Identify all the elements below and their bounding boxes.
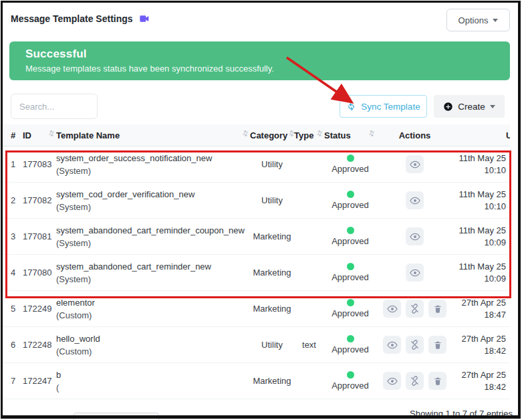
- col-header-status[interactable]: Status ⇅: [324, 130, 376, 140]
- sync-template-label: Sync Template: [361, 102, 420, 112]
- unlink-button[interactable]: [406, 336, 424, 354]
- banner-title: Successful: [25, 47, 494, 61]
- chevron-down-icon: [490, 105, 495, 108]
- row-actions: [376, 372, 453, 390]
- view-button[interactable]: [406, 264, 424, 282]
- category-cell: Marketing: [253, 231, 291, 241]
- delete-button[interactable]: [428, 336, 446, 354]
- status-badge: Approved: [324, 191, 376, 210]
- col-header-type[interactable]: Type ⇅: [294, 130, 324, 140]
- sort-icon[interactable]: ⇅: [47, 128, 56, 138]
- col-header-template-name[interactable]: Template Name ⇅: [56, 130, 250, 140]
- status-badge: Approved: [324, 371, 376, 391]
- updated-cell: 27th Apr 2518:47: [453, 297, 510, 321]
- delete-button[interactable]: [428, 300, 446, 318]
- col-header-category[interactable]: Category ⇅: [250, 130, 294, 140]
- view-button[interactable]: [406, 155, 424, 173]
- status-dot-icon: [347, 371, 354, 379]
- row-id: 177080: [23, 268, 56, 278]
- col-header-id[interactable]: ID ⇅: [23, 130, 56, 140]
- video-camera-icon: [139, 13, 150, 24]
- unlink-icon: [410, 304, 420, 314]
- row-actions: [376, 264, 453, 282]
- create-button[interactable]: Create: [434, 95, 505, 118]
- unlink-icon: [410, 376, 420, 386]
- eye-icon: [387, 376, 398, 387]
- status-badge: Approved: [324, 299, 376, 318]
- status-dot-icon: [347, 335, 354, 342]
- template-name-cell: system_abandoned_cart_reminder_new(Syste…: [56, 260, 250, 286]
- type-cell: text: [302, 340, 316, 350]
- updated-cell: 27th Apr 2518:42: [453, 369, 510, 393]
- status-badge: Approved: [324, 263, 376, 282]
- category-cell: Utility: [261, 195, 283, 205]
- row-id: 172247: [23, 376, 56, 386]
- row-actions: [376, 191, 453, 209]
- row-index: 1: [11, 159, 23, 169]
- status-label: Approved: [332, 236, 369, 246]
- table-body: 1177083system_order_success_notification…: [0, 146, 510, 399]
- unlink-button[interactable]: [406, 300, 424, 318]
- table-row: 3177081system_abandoned_cart_reminder_co…: [0, 219, 510, 255]
- options-button-label: Options: [458, 15, 489, 25]
- view-button[interactable]: [406, 227, 424, 245]
- status-label: Approved: [332, 381, 369, 391]
- col-header-index: #: [11, 130, 23, 140]
- status-dot-icon: [347, 227, 354, 234]
- template-name-cell: system_abandoned_cart_reminder_coupon_ne…: [56, 224, 250, 249]
- table-row: 4177080system_abandoned_cart_reminder_ne…: [0, 255, 510, 291]
- table-row: 5172249elementor(Custom)MarketingApprove…: [0, 291, 510, 327]
- search-input[interactable]: [11, 94, 98, 119]
- row-actions: [376, 227, 453, 245]
- table-header-row: # ID ⇅ Template Name ⇅ Category ⇅ Type ⇅…: [0, 124, 510, 146]
- message-template-settings-page: Message Template Settings Options Succes…: [0, 0, 526, 420]
- plus-circle-icon: [443, 102, 453, 112]
- row-index: 2: [11, 195, 23, 205]
- templates-table: # ID ⇅ Template Name ⇅ Category ⇅ Type ⇅…: [0, 124, 510, 399]
- trash-icon: [433, 340, 442, 350]
- sort-icon[interactable]: ⇅: [241, 128, 250, 138]
- unlink-button[interactable]: [406, 372, 424, 390]
- status-badge: Approved: [324, 335, 376, 354]
- delete-button[interactable]: [428, 372, 446, 390]
- status-dot-icon: [347, 191, 354, 198]
- category-cell: Utility: [261, 159, 283, 169]
- updated-cell: 11th May 2510:10: [453, 189, 510, 213]
- row-id: 177081: [23, 231, 56, 241]
- view-button[interactable]: [406, 191, 424, 209]
- row-actions: [376, 336, 453, 354]
- status-label: Approved: [332, 344, 369, 354]
- status-label: Approved: [332, 308, 369, 318]
- page-size-select[interactable]: [74, 413, 159, 420]
- eye-icon: [410, 268, 420, 278]
- trash-icon: [433, 304, 442, 314]
- chevron-down-icon: [493, 19, 498, 22]
- status-label: Approved: [332, 200, 369, 210]
- view-button[interactable]: [383, 336, 401, 354]
- table-row: 2177082system_cod_order_verification_new…: [0, 183, 510, 219]
- banner-message: Message templates status have been synch…: [25, 64, 494, 74]
- updated-cell: 11th May 2510:09: [453, 225, 510, 249]
- status-dot-icon: [347, 154, 354, 162]
- template-name-cell: elementor(Custom): [56, 296, 250, 322]
- sort-icon[interactable]: ⇅: [367, 128, 376, 138]
- status-dot-icon: [347, 299, 354, 306]
- view-button[interactable]: [383, 372, 401, 390]
- col-header-updated: Updated: [453, 130, 510, 140]
- category-cell: Marketing: [253, 304, 291, 314]
- row-index: 4: [11, 268, 23, 278]
- category-cell: Marketing: [253, 268, 291, 278]
- view-button[interactable]: [383, 300, 401, 318]
- eye-icon: [387, 340, 398, 350]
- sync-template-button[interactable]: Sync Template: [340, 95, 427, 118]
- sync-icon: [346, 102, 356, 112]
- updated-cell: 11th May 2510:09: [453, 261, 510, 285]
- row-index: 3: [11, 231, 23, 241]
- category-cell: Marketing: [253, 376, 291, 386]
- sort-icon[interactable]: ⇅: [315, 128, 324, 138]
- page-title: Message Template Settings: [11, 13, 133, 24]
- row-id: 172248: [23, 340, 56, 350]
- status-label: Approved: [332, 272, 369, 282]
- table-row: 6172248hello_world(Custom)UtilitytextApp…: [0, 327, 510, 363]
- options-button[interactable]: Options: [446, 9, 510, 31]
